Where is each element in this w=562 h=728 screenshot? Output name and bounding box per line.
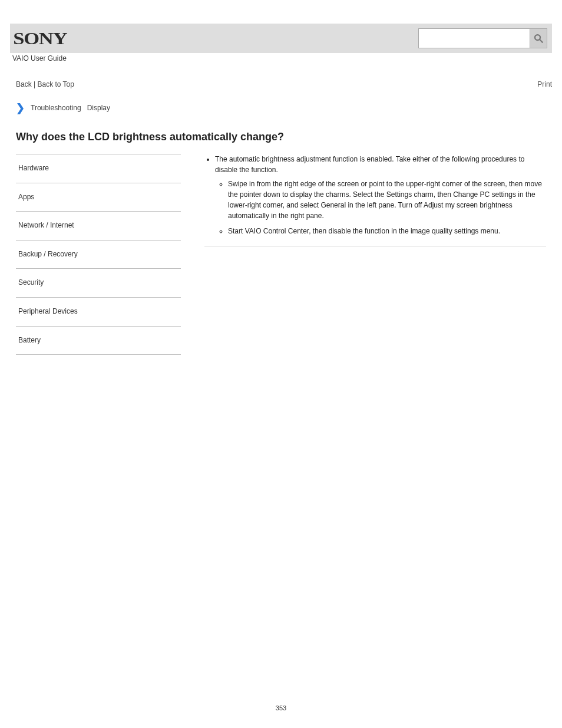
content-inner-1: Swipe in from the right edge of the scre… (228, 179, 546, 221)
main-content: The automatic brightness adjustment func… (204, 154, 546, 246)
back-link[interactable]: Back (16, 80, 32, 88)
content-inner-2: Start VAIO Control Center, then disable … (228, 226, 546, 236)
chevron-right-icon: ❯ (16, 101, 25, 114)
sidebar-item-network[interactable]: Network / Internet (16, 212, 181, 241)
breadcrumb: ❯ Troubleshooting Display (10, 101, 552, 114)
content-bullet-text: The automatic brightness adjustment func… (215, 155, 524, 174)
top-nav: Back | Back to Top Print (10, 80, 552, 88)
header: SONY (10, 24, 552, 53)
svg-line-1 (540, 39, 543, 42)
content-bullet: The automatic brightness adjustment func… (215, 154, 546, 236)
sony-logo[interactable]: SONY (12, 28, 67, 48)
sidebar-item-backup[interactable]: Backup / Recovery (16, 241, 181, 269)
sidebar-item-battery[interactable]: Battery (16, 327, 181, 355)
sidebar-item-peripheral[interactable]: Peripheral Devices (16, 298, 181, 327)
search-button[interactable] (530, 29, 547, 48)
search-wrap (418, 28, 547, 48)
search-icon (533, 33, 544, 44)
content-separator (204, 246, 546, 246)
sidebar-item-apps[interactable]: Apps (16, 183, 181, 212)
breadcrumb-2[interactable]: Display (87, 104, 110, 112)
search-input[interactable] (419, 29, 530, 48)
page-title: Why does the LCD brightness automaticall… (10, 131, 552, 143)
sidebar: Hardware Apps Network / Internet Backup … (16, 154, 181, 355)
back-to-top-link[interactable]: Back to Top (37, 80, 74, 88)
product-name: VAIO User Guide (10, 54, 552, 62)
sidebar-item-hardware[interactable]: Hardware (16, 154, 181, 183)
print-link[interactable]: Print (537, 80, 552, 88)
sidebar-item-security[interactable]: Security (16, 269, 181, 298)
breadcrumb-1[interactable]: Troubleshooting (31, 104, 81, 112)
